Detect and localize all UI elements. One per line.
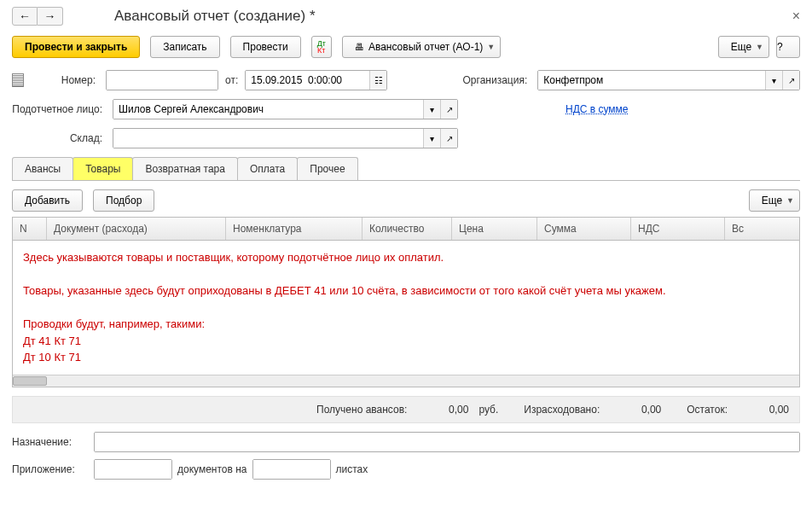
tab-payment[interactable]: Оплата <box>237 157 298 180</box>
more-button[interactable]: Еще ▼ <box>718 36 769 58</box>
tab-returnable[interactable]: Возвратная тара <box>132 157 238 180</box>
person-input[interactable]: ▾↗ <box>113 99 458 119</box>
col-sum[interactable]: Сумма <box>537 218 631 240</box>
chevron-down-icon: ▼ <box>487 43 495 51</box>
balance-label: Остаток: <box>687 404 728 416</box>
horizontal-scrollbar[interactable] <box>13 375 799 387</box>
chevron-down-icon[interactable]: ▾ <box>423 129 440 148</box>
organization-input[interactable]: ▾↗ <box>537 70 800 90</box>
col-vs[interactable]: Вс <box>725 218 799 240</box>
tab-more-button[interactable]: Еще ▼ <box>749 189 800 212</box>
tab-advances[interactable]: Авансы <box>12 157 73 180</box>
chevron-down-icon: ▼ <box>756 43 763 51</box>
nav-forward-button[interactable]: → <box>38 7 63 26</box>
post-and-close-button[interactable]: Провести и закрыть <box>12 36 140 58</box>
chevron-down-icon: ▼ <box>786 196 794 205</box>
spent-value: 0,00 <box>610 404 661 416</box>
col-nds[interactable]: НДС <box>631 218 725 240</box>
col-qty[interactable]: Количество <box>362 218 452 240</box>
tab-other[interactable]: Прочее <box>297 157 357 180</box>
chevron-down-icon[interactable]: ▾ <box>423 100 440 119</box>
col-nomen[interactable]: Номенклатура <box>226 218 362 240</box>
col-price[interactable]: Цена <box>452 218 537 240</box>
window-title: Авансовый отчет (создание) * <box>114 8 316 25</box>
date-input[interactable]: ☷ <box>245 70 387 90</box>
nav-back-button[interactable]: ← <box>12 7 38 26</box>
number-input[interactable] <box>106 70 218 90</box>
from-label: от: <box>225 74 238 86</box>
open-icon[interactable]: ↗ <box>782 71 799 90</box>
sheets-label: листах <box>336 463 368 475</box>
chevron-down-icon[interactable]: ▾ <box>765 71 782 90</box>
docs-on-label: документов на <box>177 463 247 475</box>
warehouse-label: Склад: <box>12 132 106 144</box>
tab-goods[interactable]: Товары <box>72 157 133 180</box>
close-icon[interactable]: × <box>792 9 800 24</box>
sheets-count-input[interactable] <box>252 459 331 480</box>
nds-link[interactable]: НДС в сумме <box>566 103 629 115</box>
save-button[interactable]: Записать <box>150 36 219 58</box>
calendar-icon[interactable]: ☷ <box>369 71 386 90</box>
dtkt-icon: ДтКт <box>317 40 326 54</box>
purpose-label: Назначение: <box>12 436 89 448</box>
table-body-text: Здесь указываются товары и поставщик, ко… <box>13 241 799 375</box>
help-button[interactable]: ? <box>776 36 800 58</box>
purpose-input[interactable] <box>94 432 800 452</box>
number-label: Номер: <box>31 74 99 86</box>
print-button[interactable]: Авансовый отчет (АО-1)▼ <box>342 36 501 58</box>
dtkt-button[interactable]: ДтКт <box>311 36 332 58</box>
received-value: 0,00 <box>417 404 468 416</box>
add-button[interactable]: Добавить <box>12 189 83 212</box>
docs-count-input[interactable] <box>94 459 172 480</box>
document-icon <box>12 73 24 87</box>
printer-icon <box>355 41 364 53</box>
organization-label: Организация: <box>394 74 531 86</box>
totals-bar: Получено авансов:0,00руб. Израсходовано:… <box>12 396 800 423</box>
balance-value: 0,00 <box>738 404 789 416</box>
pick-button[interactable]: Подбор <box>93 189 154 212</box>
col-n[interactable]: N <box>13 218 47 240</box>
warehouse-input[interactable]: ▾↗ <box>113 128 458 148</box>
col-doc[interactable]: Документ (расхода) <box>47 218 226 240</box>
open-icon[interactable]: ↗ <box>440 100 457 119</box>
spent-label: Израсходовано: <box>524 404 600 416</box>
scroll-thumb[interactable] <box>13 376 47 386</box>
received-label: Получено авансов: <box>316 404 407 416</box>
attachment-label: Приложение: <box>12 463 89 475</box>
post-button[interactable]: Провести <box>230 36 301 58</box>
open-icon[interactable]: ↗ <box>440 129 457 148</box>
goods-table: N Документ (расхода) Номенклатура Количе… <box>12 217 800 387</box>
person-label: Подотчетное лицо: <box>12 103 106 115</box>
